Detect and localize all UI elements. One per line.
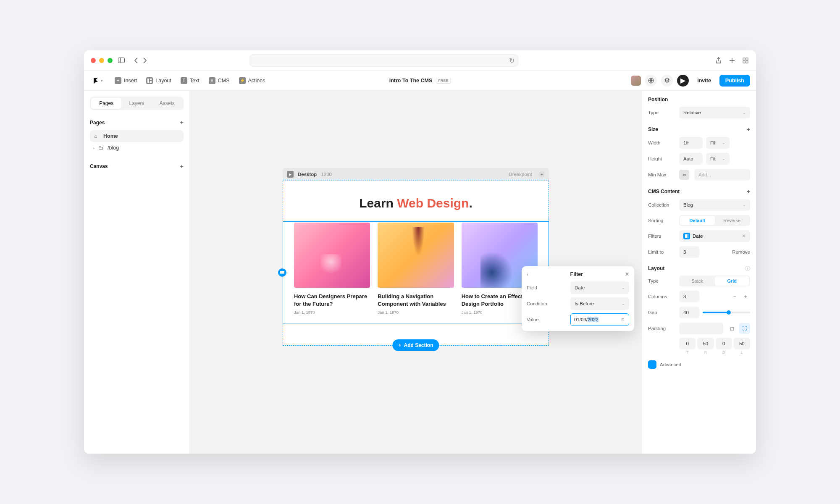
play-icon: ▶ <box>680 76 685 84</box>
gap-label: Gap <box>648 310 676 315</box>
size-add-button[interactable]: + <box>747 126 750 133</box>
popover-title: Filter <box>570 271 583 277</box>
limit-input[interactable]: 3 <box>679 246 699 258</box>
nav-forward-icon[interactable] <box>141 57 149 64</box>
width-input[interactable]: 1fr <box>679 137 703 149</box>
position-type-label: Type <box>648 110 676 115</box>
window-close-icon[interactable] <box>91 58 96 63</box>
publish-button[interactable]: Publish <box>719 75 750 87</box>
field-select[interactable]: Date ⌄ <box>570 281 629 294</box>
globe-button[interactable] <box>645 75 657 87</box>
svg-rect-2 <box>743 58 745 60</box>
height-mode-select[interactable]: Fit⌄ <box>706 153 730 165</box>
width-mode-select[interactable]: Fill⌄ <box>706 137 730 149</box>
selection-handle[interactable] <box>278 268 286 277</box>
padding-bottom-input[interactable]: 0 <box>716 338 732 349</box>
tab-pages[interactable]: Pages <box>91 98 121 109</box>
limit-remove-button[interactable]: Remove <box>732 249 750 255</box>
user-avatar[interactable] <box>631 76 641 86</box>
canvas-area[interactable]: ▶ Desktop 1200 Breakpoint + Learn Web De… <box>190 91 642 454</box>
tab-assets[interactable]: Assets <box>152 98 182 109</box>
info-icon[interactable]: i <box>745 266 750 271</box>
new-tab-icon[interactable] <box>728 57 736 64</box>
padding-right-input[interactable]: 50 <box>697 338 714 349</box>
app-logo-menu[interactable]: ▾ <box>90 76 105 86</box>
minmax-icon[interactable]: ⇔ <box>679 170 689 180</box>
sort-reverse[interactable]: Reverse <box>715 216 750 225</box>
plus-icon: + <box>398 342 401 348</box>
tab-layers[interactable]: Layers <box>121 98 152 109</box>
text-button[interactable]: TText <box>177 75 203 86</box>
layout-button[interactable]: Layout <box>143 75 175 86</box>
gap-input[interactable]: 40 <box>679 307 699 318</box>
viewport-play-icon[interactable]: ▶ <box>287 171 294 178</box>
popover-close-icon[interactable]: ✕ <box>625 271 629 277</box>
height-input[interactable]: Auto <box>679 153 703 165</box>
cms-add-button[interactable]: + <box>747 188 750 195</box>
position-type-select[interactable]: Relative⌄ <box>679 107 750 118</box>
card-title: Building a Navigation Component with Var… <box>378 293 454 307</box>
add-canvas-button[interactable]: + <box>180 163 184 170</box>
cards-collection[interactable]: How Can Designers Prepare for the Future… <box>283 221 549 323</box>
insert-button[interactable]: +Insert <box>111 75 140 86</box>
add-breakpoint-button[interactable]: + <box>539 171 545 177</box>
cms-button[interactable]: ≡CMS <box>205 75 233 86</box>
viewport-bar: ▶ Desktop 1200 Breakpoint + <box>283 168 549 181</box>
refresh-icon[interactable]: ↻ <box>509 56 514 64</box>
preview-button[interactable]: ▶ <box>677 75 689 87</box>
invite-button[interactable]: Invite <box>693 75 715 86</box>
viewport-width: 1200 <box>321 172 332 177</box>
filters-label: Filters <box>648 234 676 239</box>
columns-decrement[interactable]: − <box>730 292 739 301</box>
value-date-input[interactable]: 01/03/2022 🗓 <box>570 313 629 326</box>
columns-input[interactable]: 3 <box>679 291 699 302</box>
nav-back-icon[interactable] <box>132 57 139 64</box>
layout-type-label: Type <box>648 278 676 284</box>
share-icon[interactable] <box>715 57 722 64</box>
card-item[interactable]: How Can Designers Prepare for the Future… <box>294 223 370 315</box>
filter-chip-date[interactable]: Date ✕ <box>679 230 750 242</box>
popover-back-icon[interactable]: ‹ <box>527 272 528 277</box>
tab-grid-icon[interactable] <box>742 57 749 64</box>
minmax-input[interactable]: Add... <box>694 169 750 181</box>
window-maximize-icon[interactable] <box>108 58 113 63</box>
folder-icon: 🗀 <box>98 145 104 151</box>
card-item[interactable]: Building a Navigation Component with Var… <box>378 223 454 315</box>
sidebar-toggle-icon[interactable] <box>118 57 125 64</box>
layout-stack[interactable]: Stack <box>680 276 715 286</box>
card-image <box>378 223 454 288</box>
cms-icon: ≡ <box>209 77 215 84</box>
condition-select[interactable]: Is Before ⌄ <box>570 297 629 310</box>
padding-left-input[interactable]: 50 <box>734 338 750 349</box>
settings-button[interactable]: ⚙ <box>661 75 673 87</box>
svg-rect-7 <box>150 79 152 80</box>
gap-slider[interactable] <box>703 312 750 313</box>
window-minimize-icon[interactable] <box>99 58 104 63</box>
svg-rect-8 <box>150 81 152 83</box>
advanced-label[interactable]: Advanced <box>660 362 681 367</box>
page-item-home[interactable]: ⌂ Home <box>90 130 184 142</box>
card-date: Jan 1, 1970 <box>378 310 454 315</box>
actions-button[interactable]: ⚡Actions <box>236 75 269 86</box>
page-preview[interactable]: Learn Web Design. How Can Designers Prep… <box>283 181 549 346</box>
page-item-blog[interactable]: ▸ 🗀 /blog <box>90 142 184 154</box>
card-date: Jan 1, 1970 <box>294 310 370 315</box>
sort-default[interactable]: Default <box>680 216 715 225</box>
url-bar[interactable]: ↻ <box>249 54 518 67</box>
padding-top-input[interactable]: 0 <box>679 338 696 349</box>
right-panel: Position Type Relative⌄ Size+ Width 1fr … <box>642 91 756 454</box>
layout-grid[interactable]: Grid <box>715 276 750 286</box>
add-page-button[interactable]: + <box>180 119 184 126</box>
padding-b-label: B <box>716 350 732 354</box>
remove-filter-icon[interactable]: ✕ <box>742 233 746 239</box>
calendar-icon[interactable]: 🗓 <box>621 317 625 322</box>
panel-tabs: Pages Layers Assets <box>90 97 184 110</box>
add-section-button[interactable]: + Add Section <box>392 339 439 351</box>
layout-label: Layout <box>155 78 171 84</box>
padding-mode-uniform[interactable]: ◻ <box>727 323 738 334</box>
padding-mode-sides[interactable]: ⛶ <box>739 323 750 334</box>
columns-increment[interactable]: + <box>741 292 750 301</box>
project-title: Intro To The CMS <box>389 78 433 84</box>
collection-select[interactable]: Blog⌄ <box>679 199 750 211</box>
pages-header: Pages <box>90 120 105 126</box>
